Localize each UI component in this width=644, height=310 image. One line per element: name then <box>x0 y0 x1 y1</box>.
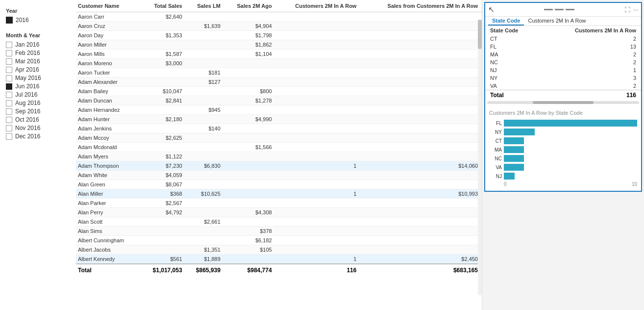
month-checkbox[interactable] <box>6 83 12 90</box>
tooltip-row: FL13 <box>485 43 641 51</box>
tab-customers-2m[interactable]: Customers 2M In A Row <box>524 17 590 26</box>
table-cell <box>186 12 224 22</box>
table-cell <box>360 171 482 180</box>
table-cell: $800 <box>224 87 276 96</box>
month-item[interactable]: May 2016 <box>6 75 70 81</box>
table-cell <box>186 208 224 217</box>
table-cell <box>186 227 224 236</box>
table-cell <box>276 199 361 208</box>
col-sales-2m: Sales 2M Ago <box>224 0 276 12</box>
month-item[interactable]: Sep 2016 <box>6 108 70 115</box>
table-cell: $4,308 <box>224 208 276 217</box>
tooltip-row: MA2 <box>485 51 641 58</box>
chart-bar-container <box>504 137 637 144</box>
table-cell: Adam Hernandez <box>76 105 142 115</box>
expand-icon[interactable]: ⛶ <box>624 6 630 13</box>
table-cell <box>276 133 361 143</box>
scrollbar[interactable] <box>478 20 482 295</box>
chart-bar-label: NC <box>489 156 502 161</box>
table-cell <box>186 31 224 40</box>
month-label: Nov 2016 <box>15 125 40 131</box>
table-cell: $4,990 <box>224 115 276 124</box>
month-item[interactable]: Jul 2016 <box>6 91 70 98</box>
chart-bar-label: MA <box>489 147 502 153</box>
col-total-sales: Total Sales <box>142 0 186 12</box>
tt-value: 2 <box>540 82 641 90</box>
month-item[interactable]: Dec 2016 <box>6 133 70 140</box>
table-cell: Aaron Carr <box>76 12 142 22</box>
table-cell: Adam Hunter <box>76 115 142 124</box>
tt-state: NJ <box>485 66 540 74</box>
table-cell <box>224 171 276 180</box>
chart-bar <box>504 120 637 127</box>
tt-value: 2 <box>540 35 641 43</box>
month-label: Feb 2016 <box>15 50 40 56</box>
table-cell <box>360 115 482 124</box>
tt-value: 3 <box>540 74 641 82</box>
table-cell <box>142 236 186 245</box>
table-cell <box>224 105 276 115</box>
table-cell: Adam Mccoy <box>76 133 142 143</box>
table-row: Adam Alexander$127 <box>76 78 482 87</box>
table-cell <box>224 124 276 133</box>
table-cell <box>186 171 224 180</box>
month-checkbox[interactable] <box>6 117 12 123</box>
table-cell: $4,792 <box>142 208 186 217</box>
month-checkbox[interactable] <box>6 100 12 106</box>
month-item[interactable]: Apr 2016 <box>6 66 70 73</box>
table-cell <box>360 12 482 22</box>
month-label: Jan 2016 <box>15 41 39 48</box>
tt-state: NY <box>485 74 540 82</box>
table-row: Alan Sims$378 <box>76 227 482 236</box>
table-row: Aaron Moreno$3,000 <box>76 59 482 68</box>
footer-ago2m: $984,774 <box>224 264 276 276</box>
table-cell <box>224 255 276 264</box>
table-cell <box>224 59 276 68</box>
month-checkbox[interactable] <box>6 42 12 48</box>
month-checkbox[interactable] <box>6 67 12 73</box>
table-cell: $2,841 <box>142 96 186 105</box>
table-cell <box>276 96 361 105</box>
table-cell <box>360 68 482 78</box>
table-cell: $6,182 <box>224 236 276 245</box>
more-icon[interactable]: ··· <box>633 6 638 13</box>
table-cell <box>276 22 361 31</box>
table-cell: Alan Green <box>76 180 142 189</box>
year-filter[interactable]: 2016 <box>6 17 70 24</box>
month-item[interactable]: Mar 2016 <box>6 58 70 65</box>
month-item[interactable]: Jun 2016 <box>6 83 70 90</box>
chart-section: Customers 2M In A Row by State Code FLNY… <box>485 105 641 191</box>
table-cell <box>360 143 482 152</box>
month-checkbox[interactable] <box>6 125 12 131</box>
table-cell: Alan Sims <box>76 227 142 236</box>
month-checkbox[interactable] <box>6 92 12 98</box>
month-checkbox[interactable] <box>6 50 12 56</box>
month-checkbox[interactable] <box>6 58 12 65</box>
table-cell <box>142 245 186 255</box>
month-item[interactable]: Oct 2016 <box>6 116 70 123</box>
month-item[interactable]: Nov 2016 <box>6 125 70 131</box>
table-cell: Adam Jenkins <box>76 124 142 133</box>
tab-state-code[interactable]: State Code <box>488 17 524 26</box>
month-label: Jun 2016 <box>15 83 39 90</box>
month-checkbox[interactable] <box>6 108 12 115</box>
chart-bar-container <box>504 146 637 153</box>
month-item[interactable]: Aug 2016 <box>6 100 70 106</box>
table-cell <box>142 227 186 236</box>
chart-bar-label: CT <box>489 138 502 144</box>
year-label: 2016 <box>16 17 29 24</box>
table-cell: $2,640 <box>142 12 186 22</box>
chart-bar-row: MA <box>489 146 637 153</box>
table-cell: Adam Myers <box>76 152 142 161</box>
month-item[interactable]: Feb 2016 <box>6 50 70 56</box>
month-checkbox[interactable] <box>6 133 12 140</box>
table-cell <box>142 124 186 133</box>
table-row: Aaron Miller$1,862 <box>76 40 482 50</box>
year-checkbox[interactable] <box>6 17 13 24</box>
scrollbar-thumb[interactable] <box>478 20 482 49</box>
month-checkbox[interactable] <box>6 75 12 81</box>
table-cell: $4,059 <box>142 171 186 180</box>
tooltip-row: VA2 <box>485 82 641 90</box>
table-cell <box>186 152 224 161</box>
month-item[interactable]: Jan 2016 <box>6 41 70 48</box>
